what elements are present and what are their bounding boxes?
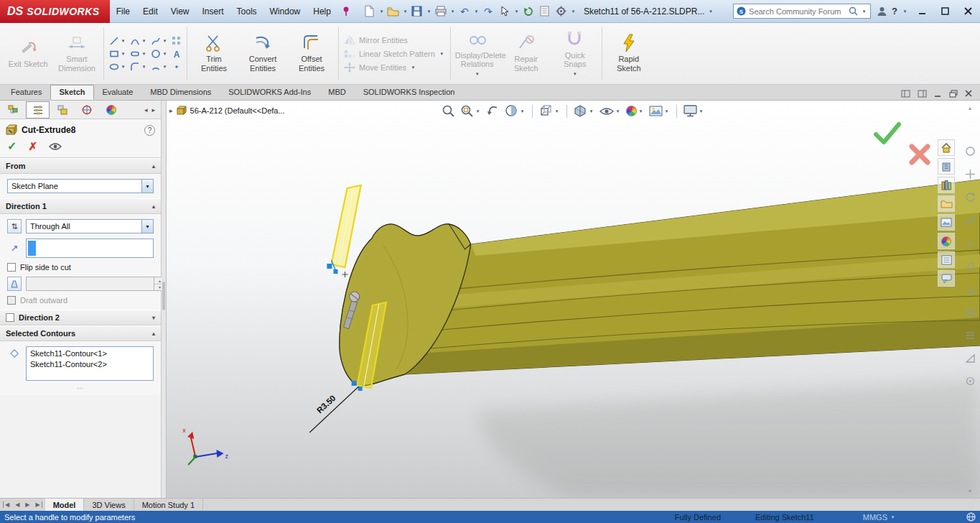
pm-help-icon[interactable]: ?: [144, 125, 155, 136]
apply-scene-button[interactable]: ▾: [649, 106, 670, 116]
chevron-down-icon[interactable]: ▾: [571, 71, 578, 77]
chevron-down-icon[interactable]: ▾: [141, 64, 147, 70]
mirror-entities-button[interactable]: Mirror Entities: [344, 35, 445, 45]
section-view-button[interactable]: ▾: [505, 104, 526, 118]
offset-entities-button[interactable]: Offset Entities: [290, 34, 333, 73]
selected-contours-listbox[interactable]: Sketch11-Contour<1> Sketch11-Contour<2>: [26, 346, 154, 381]
dimxpertmanager-tab[interactable]: [75, 101, 98, 119]
pm-preview-eye-icon[interactable]: [49, 142, 62, 151]
scroll-down-icon[interactable]: ▾: [969, 488, 971, 495]
chevron-down-icon[interactable]: ▾: [473, 9, 480, 14]
rotate-view-icon[interactable]: [964, 191, 976, 203]
displaymanager-tab[interactable]: [99, 101, 123, 119]
pane-split-right-icon[interactable]: [918, 90, 927, 98]
plane-icon[interactable]: [964, 260, 976, 272]
doc-tab-model[interactable]: Model: [45, 499, 85, 511]
user-account-icon[interactable]: [877, 6, 887, 17]
flip-side-checkbox-row[interactable]: Flip side to cut: [7, 263, 154, 272]
last-tab-icon[interactable]: ▶: [34, 501, 42, 508]
chevron-down-icon[interactable]: ▾: [475, 108, 481, 114]
menu-view[interactable]: View: [164, 0, 196, 22]
tab-solidworks-addins[interactable]: SOLIDWORKS Add-Ins: [220, 85, 319, 100]
menu-file[interactable]: File: [110, 0, 136, 22]
zoom-to-area-button[interactable]: ▾: [460, 104, 481, 118]
doc-tab-3d-views[interactable]: 3D Views: [84, 499, 134, 511]
chevron-down-icon[interactable]: ▾: [410, 65, 416, 70]
display-delete-relations-button[interactable]: Display/Delete Relations ▾: [456, 30, 499, 77]
chevron-down-icon[interactable]: ▾: [707, 9, 714, 14]
configurationmanager-tab[interactable]: [50, 101, 74, 119]
menu-edit[interactable]: Edit: [136, 0, 164, 22]
chevron-down-icon[interactable]: ▾: [519, 108, 526, 114]
convert-entities-button[interactable]: Convert Entities: [241, 34, 284, 73]
view-orientation-button[interactable]: ▾: [539, 104, 560, 118]
tab-sketch[interactable]: Sketch: [50, 85, 93, 100]
flyout-tree-arrow-icon[interactable]: ▸: [169, 107, 173, 114]
search-icon[interactable]: [849, 6, 858, 16]
measure-icon[interactable]: [964, 214, 976, 226]
help-icon[interactable]: ?: [892, 6, 897, 17]
isolate-icon[interactable]: [964, 145, 976, 157]
arc2-tool-button[interactable]: ▾: [151, 62, 168, 72]
display-style-button[interactable]: ▾: [574, 104, 594, 118]
forum-tab[interactable]: [938, 270, 955, 287]
chevron-down-icon[interactable]: ▾: [162, 51, 168, 57]
appearances-scenes-tab[interactable]: [938, 233, 955, 249]
chevron-down-icon[interactable]: ▾: [663, 108, 670, 114]
child-minimize-icon[interactable]: [934, 90, 942, 98]
draft-button[interactable]: [7, 277, 22, 291]
view-palette-tab[interactable]: [938, 214, 955, 231]
custom-properties-tab[interactable]: [938, 251, 955, 268]
reverse-direction-button[interactable]: ⇅: [7, 219, 22, 233]
chevron-down-icon[interactable]: ▾: [474, 71, 480, 77]
globe-icon[interactable]: [966, 512, 976, 522]
exit-sketch-button[interactable]: Exit Sketch: [6, 39, 50, 69]
draft-outward-checkbox[interactable]: [7, 296, 16, 305]
end-condition-dropdown[interactable]: Through All ▾: [26, 219, 154, 233]
task-pane-home-tab[interactable]: [938, 139, 955, 156]
section-direction1-header[interactable]: Direction 1 ▴: [0, 198, 161, 214]
rectangle-tool-button[interactable]: ▾: [109, 49, 126, 59]
model-canvas[interactable]: R3.50 x z: [167, 101, 980, 498]
chevron-down-icon[interactable]: ▾: [141, 220, 153, 233]
featuremanager-tree-tab[interactable]: [1, 101, 25, 119]
view-settings-button[interactable]: ▾: [683, 105, 704, 117]
slot-tool-button[interactable]: ▾: [130, 49, 147, 59]
menu-insert[interactable]: Insert: [196, 0, 230, 22]
tab-features[interactable]: Features: [2, 85, 50, 100]
repair-sketch-button[interactable]: Repair Sketch: [505, 34, 548, 73]
file-explorer-tab[interactable]: [938, 195, 955, 212]
flip-side-checkbox[interactable]: [7, 263, 16, 272]
chevron-down-icon[interactable]: ▾: [638, 108, 644, 114]
menu-help[interactable]: Help: [307, 0, 337, 22]
chevron-down-icon[interactable]: ▾: [426, 9, 432, 14]
open-document-icon[interactable]: [386, 4, 401, 19]
linear-sketch-pattern-button[interactable]: Linear Sketch Pattern ▾: [344, 49, 445, 59]
confirm-cancel-button[interactable]: [907, 142, 932, 167]
chevron-left-icon[interactable]: ◂: [144, 106, 148, 114]
from-plane-dropdown[interactable]: Sketch Plane ▾: [7, 179, 154, 193]
contour-list-item[interactable]: Sketch11-Contour<2>: [30, 360, 149, 369]
chevron-down-icon[interactable]: ▾: [570, 9, 577, 14]
window-minimize-button[interactable]: [913, 4, 931, 19]
menu-window[interactable]: Window: [263, 0, 307, 22]
circle-tool-button[interactable]: ▾: [151, 49, 168, 59]
chevron-down-icon[interactable]: ▾: [439, 51, 445, 57]
redo-icon[interactable]: ↷: [480, 4, 496, 19]
hide-show-items-button[interactable]: ▾: [599, 106, 621, 116]
child-restore-icon[interactable]: [949, 90, 958, 98]
edit-appearance-button[interactable]: ▾: [626, 106, 644, 116]
chevron-down-icon[interactable]: ▾: [141, 180, 153, 193]
radius-dimension[interactable]: R3.50: [309, 387, 358, 432]
options-gear-icon[interactable]: [554, 4, 569, 19]
chevron-right-icon[interactable]: ▸: [151, 106, 155, 114]
chevron-down-icon[interactable]: ▾: [615, 108, 621, 114]
pm-cancel-button[interactable]: ✗: [28, 140, 37, 153]
target-icon[interactable]: [964, 375, 976, 387]
pm-ok-button[interactable]: ✓: [7, 139, 17, 153]
chevron-down-icon[interactable]: ▾: [141, 38, 147, 44]
point-tool-button[interactable]: [172, 62, 182, 72]
pane-split-left-icon[interactable]: [901, 90, 910, 98]
prev-tab-icon[interactable]: ◀: [14, 501, 21, 508]
chevron-down-icon[interactable]: ▾: [378, 9, 385, 14]
